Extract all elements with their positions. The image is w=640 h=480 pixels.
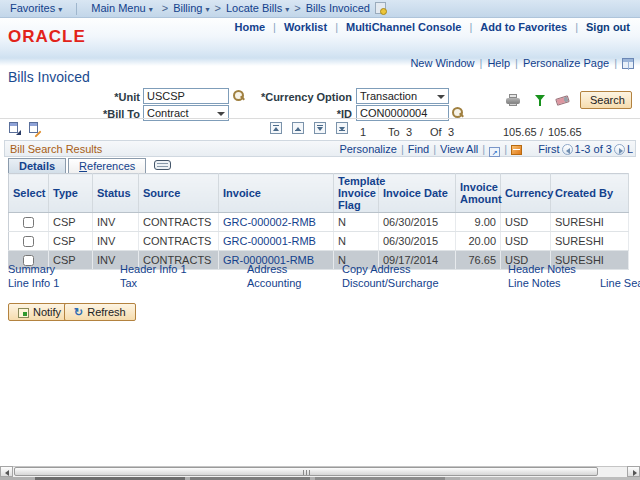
address-link[interactable]: Address — [247, 263, 287, 275]
page-title: Bills Invoiced — [8, 69, 90, 85]
first-label[interactable]: First — [538, 143, 559, 155]
divider — [0, 118, 640, 119]
tab-details[interactable]: Details — [8, 158, 66, 173]
view-all-link[interactable]: View All — [440, 143, 478, 155]
home-link[interactable]: Home — [235, 21, 266, 33]
add-to-favorites-link[interactable]: Add to Favorites — [480, 21, 567, 33]
row-end: 3 — [406, 126, 412, 138]
header-info-1-link[interactable]: Header Info 1 — [120, 263, 187, 275]
col-invoice-amount: Invoice Amount — [456, 174, 501, 213]
unit-input[interactable] — [143, 88, 229, 104]
breadcrumb-separator — [294, 2, 300, 14]
scrollbar-grip — [303, 470, 312, 475]
amount-separator: / — [540, 126, 543, 138]
results-tabs: DetailsReferences — [8, 158, 171, 173]
refresh-button[interactable]: ↻Refresh — [64, 303, 136, 321]
table-row: CSP INV CONTRACTS GRC-000001-RMB N 06/30… — [9, 232, 629, 251]
tab-references[interactable]: References — [68, 158, 146, 173]
line-search-link[interactable]: Line Sear — [600, 277, 640, 289]
find-link[interactable]: Find — [408, 143, 429, 155]
breadcrumb-page-icon — [375, 2, 386, 14]
sign-out-link[interactable]: Sign out — [586, 21, 630, 33]
scroll-down-icon[interactable] — [314, 122, 326, 134]
personalize-layout-icon[interactable] — [622, 58, 634, 69]
chevron-down-icon — [217, 112, 225, 116]
summary-link[interactable]: Summary — [8, 263, 55, 275]
download-icon[interactable] — [511, 145, 522, 155]
results-title: Bill Search Results — [10, 142, 102, 157]
breadcrumb-billing[interactable]: Billing — [173, 2, 209, 14]
breadcrumb: FavoritesMain MenuBillingLocate BillsBil… — [0, 0, 640, 18]
col-invoice-date: Invoice Date — [379, 174, 456, 213]
breadcrumb-separator — [215, 2, 221, 14]
invoice-link[interactable]: GRC-000002-RMB — [223, 216, 316, 228]
page-links: New WindowHelpPersonalize Page — [410, 57, 634, 69]
discount-surcharge-link[interactable]: Discount/Surcharge — [342, 277, 439, 289]
clear-all-icon[interactable] — [28, 122, 41, 135]
scroll-up-icon[interactable] — [292, 122, 304, 134]
line-notes-link[interactable]: Line Notes — [508, 277, 561, 289]
breadcrumb-main-menu[interactable]: Main Menu — [91, 0, 156, 18]
row-select-checkbox[interactable] — [23, 217, 34, 228]
results-bar: Bill Search Results PersonalizeFindView … — [4, 140, 636, 157]
oracle-logo: ORACLE — [8, 27, 86, 47]
table-row: CSP INV CONTRACTS GRC-000002-RMB N 06/30… — [9, 213, 629, 232]
last-label[interactable]: L — [627, 143, 633, 155]
breadcrumb-bills-invoiced[interactable]: Bills Invoiced — [306, 2, 370, 14]
notify-button[interactable]: Notify — [8, 303, 71, 321]
col-status: Status — [93, 174, 139, 213]
amount-shown: 105.65 — [503, 126, 537, 138]
breadcrumb-separator — [162, 2, 168, 14]
worklist-link[interactable]: Worklist — [284, 21, 327, 33]
row-total: 3 — [448, 126, 454, 138]
select-all-icon[interactable] — [8, 122, 21, 135]
filter-funnel-icon[interactable] — [535, 95, 546, 107]
col-select: Select — [9, 174, 49, 213]
breadcrumb-divider — [76, 3, 77, 15]
line-info-1-link[interactable]: Line Info 1 — [8, 277, 59, 289]
portal-header-links: HomeWorklistMultiChannel ConsoleAdd to F… — [235, 21, 631, 33]
col-currency: Currency — [501, 174, 551, 213]
unit-label: *Unit — [40, 91, 140, 103]
favorites-menu[interactable]: Favorites — [0, 0, 66, 18]
col-invoice: Invoice — [219, 174, 334, 213]
show-all-columns-icon[interactable] — [154, 160, 171, 170]
tax-link[interactable]: Tax — [120, 277, 137, 289]
scroll-to-bottom-icon[interactable] — [336, 122, 348, 134]
chevron-down-icon — [437, 95, 445, 99]
new-window-link[interactable]: New Window — [410, 57, 474, 69]
row-select-checkbox[interactable] — [23, 236, 34, 247]
eraser-icon[interactable] — [555, 95, 570, 106]
row-start: 1 — [360, 126, 366, 138]
bill-search-results-table: Select Type Status Source Invoice Templa… — [8, 173, 629, 270]
previous-page-icon[interactable] — [562, 144, 573, 155]
popout-icon[interactable]: ↗ — [489, 147, 500, 157]
next-page-icon[interactable] — [614, 144, 625, 155]
breadcrumb-locate-bills[interactable]: Locate Bills — [226, 2, 289, 14]
header-notes-link[interactable]: Header Notes — [508, 263, 576, 275]
row-to-label: To — [388, 126, 400, 138]
currency-option-select[interactable]: Transaction Currency — [356, 88, 449, 104]
scrollbar-thumb[interactable] — [14, 467, 598, 476]
scrollbar-left-arrow[interactable] — [0, 466, 13, 477]
copy-address-link[interactable]: Copy Address — [342, 263, 410, 275]
help-link[interactable]: Help — [487, 57, 510, 69]
accounting-link[interactable]: Accounting — [247, 277, 301, 289]
search-button[interactable]: Search — [580, 91, 632, 109]
col-type: Type — [49, 174, 93, 213]
currency-option-label: *Currency Option — [228, 91, 352, 103]
personalize-page-link[interactable]: Personalize Page — [523, 57, 609, 69]
notify-icon — [18, 308, 29, 318]
col-template-invoice-flag: Template Invoice Flag — [334, 174, 379, 213]
personalize-link[interactable]: Personalize — [339, 143, 396, 155]
col-created-by: Created By — [551, 174, 629, 213]
invoice-link[interactable]: GRC-000001-RMB — [223, 235, 316, 247]
scrollbar-right-arrow[interactable] — [627, 466, 640, 477]
refresh-icon: ↻ — [74, 304, 83, 320]
scroll-to-top-icon[interactable] — [270, 122, 282, 134]
printer-icon[interactable] — [506, 94, 521, 106]
amount-total: 105.65 — [548, 126, 582, 138]
row-range: 1-3 of 3 — [575, 143, 612, 155]
multichannel-console-link[interactable]: MultiChannel Console — [346, 21, 462, 33]
row-of-label: Of — [430, 126, 442, 138]
